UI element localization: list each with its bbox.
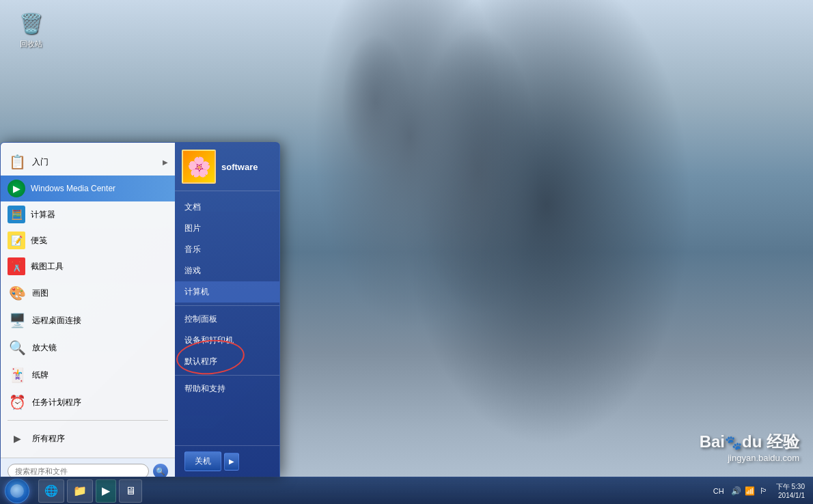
username-label: software	[221, 162, 258, 172]
network-tray-icon[interactable]: 🔊	[731, 486, 742, 496]
remote-desktop-icon: 🖥️	[8, 311, 27, 330]
start-item-solitaire[interactable]: 🃏 纸牌	[1, 361, 175, 389]
wmc-label: Windows Media Center	[31, 184, 168, 193]
taskbar-tray: CH 🔊 📶 🏳 下午 5:30 2014/1/1	[705, 482, 813, 500]
start-item-remote-desktop[interactable]: 🖥️ 远程桌面连接	[1, 307, 175, 334]
stickynotes-label: 便笺	[31, 235, 168, 247]
paint-icon: 🎨	[8, 283, 27, 303]
pictures-label: 图片	[184, 223, 201, 234]
control-panel-label: 控制面板	[184, 313, 217, 325]
start-orb-inner	[10, 484, 24, 498]
task-scheduler-label: 任务计划程序	[32, 397, 168, 408]
games-label: 游戏	[184, 265, 201, 277]
documents-label: 文档	[184, 201, 201, 213]
taskbar-btn-monitor[interactable]: 🖥	[119, 479, 142, 503]
wmc-icon: ▶	[8, 180, 25, 197]
user-area: 🌸 software	[175, 143, 279, 191]
snipping-icon: ✂️	[8, 257, 25, 275]
search-input[interactable]	[8, 464, 149, 477]
recycle-bin-icon: 🗑️	[17, 10, 44, 37]
start-menu-right-panel: 🌸 software 文档 图片 音乐 游戏	[175, 143, 279, 477]
taskbar-btn-ie[interactable]: 🌐	[38, 479, 64, 503]
all-programs-icon: ▶	[8, 429, 27, 448]
desktop-icon-recycle-bin[interactable]: 🗑️ 回收站	[7, 7, 55, 51]
recycle-bin-label: 回收站	[20, 40, 42, 48]
all-programs-label: 所有程序	[32, 433, 168, 445]
shutdown-area: 关机 ▶	[175, 445, 279, 477]
start-item-paint[interactable]: 🎨 画图	[1, 279, 175, 307]
taskbar-btn-explorer[interactable]: 📁	[67, 479, 93, 503]
system-clock[interactable]: 下午 5:30 2014/1/1	[773, 482, 808, 500]
help-support-label: 帮助和支持	[184, 383, 225, 395]
taskbar-btn-media-player[interactable]: ▶	[96, 479, 116, 503]
stickynotes-icon: 📝	[8, 232, 25, 249]
right-item-games[interactable]: 游戏	[175, 260, 279, 281]
getting-started-label: 入门	[32, 156, 157, 168]
task-scheduler-icon: ⏰	[8, 393, 27, 412]
shutdown-arrow-button[interactable]: ▶	[224, 453, 239, 471]
right-item-devices-printers[interactable]: 设备和打印机	[175, 330, 279, 351]
start-divider	[8, 420, 168, 421]
start-item-windows-media-center[interactable]: ▶ Windows Media Center	[1, 176, 175, 201]
start-orb	[5, 479, 29, 503]
devices-printers-label: 设备和打印机	[184, 335, 234, 346]
start-button[interactable]	[0, 477, 34, 505]
start-menu: 📋 入门 ▶ ▶ Windows Media Center 🧮 计算器 📝	[0, 142, 280, 477]
start-item-calculator[interactable]: 🧮 计算器	[1, 201, 175, 227]
taskbar-items: 🌐 📁 ▶ 🖥	[34, 477, 705, 504]
computer-label: 计算机	[184, 286, 209, 298]
calculator-icon: 🧮	[8, 206, 25, 223]
magnifier-icon: 🔍	[8, 338, 27, 357]
remote-desktop-label: 远程桌面连接	[32, 315, 168, 326]
right-divider-2	[175, 375, 279, 376]
baidu-url: jingyan.baidu.com	[700, 453, 799, 463]
paint-label: 画图	[32, 288, 168, 299]
right-item-control-panel[interactable]: 控制面板	[175, 309, 279, 330]
getting-started-icon: 📋	[8, 152, 27, 171]
shutdown-button[interactable]: 关机	[184, 451, 221, 471]
start-item-all-programs[interactable]: ▶ 所有程序	[1, 425, 175, 452]
right-divider-1	[175, 305, 279, 306]
start-item-task-scheduler[interactable]: ⏰ 任务计划程序	[1, 389, 175, 416]
start-right-items-list: 文档 图片 音乐 游戏 计算机	[175, 191, 279, 445]
right-item-help-support[interactable]: 帮助和支持	[175, 378, 279, 400]
start-menu-items-list: 📋 入门 ▶ ▶ Windows Media Center 🧮 计算器 📝	[1, 143, 175, 458]
volume-tray-icon[interactable]: 📶	[745, 486, 756, 496]
right-item-default-programs[interactable]: 默认程序	[175, 351, 279, 372]
baidu-watermark: Bai🐾du 经验 jingyan.baidu.com	[700, 431, 799, 463]
music-label: 音乐	[184, 244, 201, 255]
snipping-label: 截图工具	[31, 261, 168, 272]
start-item-getting-started[interactable]: 📋 入门 ▶	[1, 148, 175, 176]
calculator-label: 计算器	[31, 209, 168, 221]
right-item-pictures[interactable]: 图片	[175, 218, 279, 239]
start-item-magnifier[interactable]: 🔍 放大镜	[1, 334, 175, 361]
start-search-bar: 🔍	[1, 458, 175, 477]
solitaire-label: 纸牌	[32, 369, 168, 381]
desktop: 🗑️ 回收站 Bai🐾du 经验 jingyan.baidu.com 📋 入门 …	[0, 0, 813, 504]
search-button[interactable]: 🔍	[153, 464, 168, 477]
right-item-computer[interactable]: 计算机	[175, 281, 279, 303]
start-menu-left-panel: 📋 入门 ▶ ▶ Windows Media Center 🧮 计算器 📝	[1, 143, 175, 477]
clock-date: 2014/1/1	[778, 491, 805, 500]
right-item-documents[interactable]: 文档	[175, 197, 279, 218]
clock-time: 下午 5:30	[776, 482, 805, 491]
right-item-music[interactable]: 音乐	[175, 239, 279, 260]
action-center-icon[interactable]: 🏳	[758, 486, 769, 496]
magnifier-label: 放大镜	[32, 342, 168, 354]
baidu-logo: Bai🐾du 经验	[700, 432, 799, 451]
user-avatar: 🌸	[182, 150, 216, 184]
solitaire-icon: 🃏	[8, 365, 27, 384]
start-item-stickynotes[interactable]: 📝 便笺	[1, 227, 175, 253]
taskbar: 🌐 📁 ▶ 🖥 CH 🔊 📶 🏳 下午 5:30 2014/1/1	[0, 477, 813, 504]
tray-icons: 🔊 📶 🏳	[731, 486, 769, 496]
input-method-indicator[interactable]: CH	[711, 487, 727, 495]
start-item-snipping-tool[interactable]: ✂️ 截图工具	[1, 253, 175, 279]
getting-started-arrow: ▶	[163, 158, 168, 166]
default-programs-label: 默认程序	[184, 356, 217, 367]
